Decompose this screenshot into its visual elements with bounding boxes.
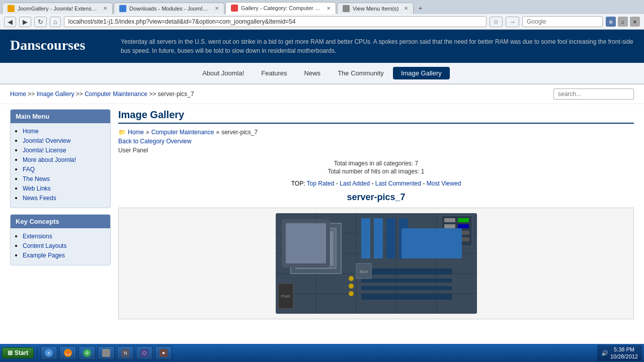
menu-web-links[interactable]: Web Links bbox=[23, 185, 51, 192]
tab-favicon-2 bbox=[119, 5, 126, 12]
svg-rect-32 bbox=[444, 224, 455, 228]
gallery-image-container: CPU bbox=[118, 208, 634, 319]
sidebar: Main Menu Home Joomla! Overview Joomla! … bbox=[10, 109, 111, 319]
refresh-button[interactable]: ↻ bbox=[34, 17, 47, 27]
nav-about[interactable]: About Joomla! bbox=[194, 67, 252, 79]
top-sep3: - bbox=[423, 180, 426, 187]
browser-search-input[interactable] bbox=[522, 16, 603, 27]
tab-label-1: JoomGallery - Joomla! Extensions Directo… bbox=[18, 6, 98, 12]
nav-features[interactable]: Features bbox=[253, 67, 295, 79]
url-bar[interactable] bbox=[64, 16, 487, 27]
gallery-breadcrumb-category[interactable]: Computer Maintenance bbox=[151, 129, 214, 136]
breadcrumb-category[interactable]: Computer Maintenance bbox=[85, 90, 147, 98]
menu-more-joomla[interactable]: More about Joomla! bbox=[23, 156, 76, 163]
breadcrumb-bar: Home >> Image Gallery >> Computer Mainte… bbox=[0, 84, 644, 104]
top-links: TOP: Top Rated - Last Added - Last Comme… bbox=[118, 180, 634, 187]
svg-rect-23 bbox=[304, 233, 306, 263]
list-item: Example Pages bbox=[23, 251, 105, 259]
motherboard-image: CPU bbox=[276, 213, 477, 314]
page-title: Image Gallery bbox=[118, 109, 634, 124]
motherboard-svg: CPU bbox=[276, 213, 477, 314]
nav-items: About Joomla! Features News The Communit… bbox=[194, 63, 450, 83]
nav-community[interactable]: The Community bbox=[330, 67, 392, 79]
breadcrumb-home[interactable]: Home bbox=[10, 90, 26, 98]
gallery-breadcrumb: 📁 Home » Computer Maintenance » server-p… bbox=[118, 129, 634, 136]
tab-close-1[interactable]: ✕ bbox=[103, 6, 107, 11]
header-news: Yesterday all servers in the U.S. went o… bbox=[121, 37, 634, 55]
last-commented-link[interactable]: Last Commented bbox=[375, 180, 421, 187]
menu-news-feeds[interactable]: News Feeds bbox=[23, 195, 56, 202]
bookmark-button[interactable]: ☆ bbox=[490, 17, 503, 27]
svg-rect-22 bbox=[301, 233, 303, 263]
browser-tab-3[interactable]: Gallery - Category: Computer Maintena...… bbox=[225, 2, 336, 14]
menu-home[interactable]: Home bbox=[23, 128, 39, 135]
list-item: Web Links bbox=[23, 185, 105, 192]
tab-favicon-4 bbox=[343, 5, 350, 12]
top-rated-link[interactable]: Top Rated bbox=[307, 180, 335, 187]
browser-tab-2[interactable]: Downloads - Modules - JoomImages ✕ bbox=[114, 3, 224, 14]
nav-news[interactable]: News bbox=[296, 67, 329, 79]
svg-point-41 bbox=[349, 291, 354, 296]
nav-gallery[interactable]: Image Gallery bbox=[393, 67, 450, 79]
concept-example-pages[interactable]: Example Pages bbox=[23, 252, 65, 259]
back-to-category-link[interactable]: Back to Category Overview bbox=[118, 138, 634, 145]
svg-text:PWR: PWR bbox=[281, 294, 290, 299]
svg-rect-20 bbox=[361, 286, 452, 290]
tab-label-4: View Menu Item(s) bbox=[353, 6, 399, 12]
sidebar-key-concepts-title: Key Concepts bbox=[11, 215, 110, 228]
tab-close-2[interactable]: ✕ bbox=[215, 6, 219, 11]
svg-rect-36 bbox=[444, 237, 469, 241]
menu-the-news[interactable]: The News bbox=[23, 175, 50, 183]
sidebar-main-menu-title: Main Menu bbox=[11, 110, 110, 123]
total-images-stat: Total images in all categories: 7 bbox=[118, 160, 634, 167]
breadcrumb-gallery[interactable]: Image Gallery bbox=[37, 90, 74, 98]
home-button[interactable]: ⌂ bbox=[50, 17, 61, 27]
svg-point-39 bbox=[349, 276, 354, 281]
breadcrumb-arrow2: » bbox=[216, 129, 219, 136]
concept-content-layouts[interactable]: Content Layouts bbox=[23, 242, 66, 249]
page-wrapper: Danscourses Yesterday all servers in the… bbox=[0, 30, 644, 324]
concept-extensions[interactable]: Extensions bbox=[23, 233, 52, 240]
svg-rect-25 bbox=[311, 233, 313, 263]
extensions-icon[interactable]: ⊕ bbox=[606, 17, 616, 27]
browser-tab-1[interactable]: JoomGallery - Joomla! Extensions Directo… bbox=[2, 3, 113, 14]
menu-joomla-license[interactable]: Joomla! License bbox=[23, 147, 66, 154]
gallery-breadcrumb-home[interactable]: Home bbox=[128, 129, 144, 136]
list-item: Joomla! License bbox=[23, 146, 105, 154]
list-item: Extensions bbox=[23, 232, 105, 240]
main-menu-list: Home Joomla! Overview Joomla! License Mo… bbox=[11, 123, 110, 208]
list-item: More about Joomla! bbox=[23, 156, 105, 163]
site-logo: Danscourses bbox=[10, 37, 111, 53]
last-added-link[interactable]: Last Added bbox=[340, 180, 370, 187]
tab-label-3: Gallery - Category: Computer Maintena... bbox=[241, 5, 321, 11]
svg-rect-29 bbox=[326, 233, 328, 263]
total-hits-stat: Total number of hits on all images: 1 bbox=[118, 168, 634, 175]
svg-rect-19 bbox=[361, 279, 452, 283]
svg-rect-16 bbox=[386, 218, 395, 258]
tab-close-4[interactable]: ✕ bbox=[404, 6, 408, 11]
most-viewed-link[interactable]: Most Viewed bbox=[427, 180, 461, 187]
browser-window: JoomGallery - Joomla! Extensions Directo… bbox=[0, 0, 644, 324]
site-header: Danscourses Yesterday all servers in the… bbox=[0, 30, 644, 63]
user-panel-label: User Panel bbox=[118, 147, 634, 154]
svg-rect-33 bbox=[458, 218, 469, 222]
home-icon-2[interactable]: ⌂ bbox=[618, 17, 628, 27]
menu-faq[interactable]: FAQ bbox=[23, 166, 35, 173]
back-button[interactable]: ◀ bbox=[4, 17, 16, 27]
navigation-bar: About Joomla! Features News The Communit… bbox=[0, 63, 644, 84]
svg-rect-31 bbox=[444, 218, 455, 222]
breadcrumb: Home >> Image Gallery >> Computer Mainte… bbox=[10, 90, 194, 98]
svg-rect-34 bbox=[458, 224, 469, 228]
search-input[interactable] bbox=[553, 88, 634, 100]
menu-joomla-overview[interactable]: Joomla! Overview bbox=[23, 137, 70, 144]
new-tab-button[interactable]: + bbox=[415, 2, 427, 14]
tab-close-3[interactable]: ✕ bbox=[327, 6, 331, 11]
tab-label-2: Downloads - Modules - JoomImages bbox=[129, 6, 210, 12]
browser-tab-4[interactable]: View Menu Item(s) ✕ bbox=[337, 3, 414, 14]
go-button[interactable]: → bbox=[506, 17, 519, 27]
forward-button[interactable]: ▶ bbox=[19, 17, 31, 27]
list-item: The News bbox=[23, 175, 105, 183]
svg-text:CPU: CPU bbox=[310, 246, 321, 252]
list-item: Joomla! Overview bbox=[23, 137, 105, 144]
settings-icon[interactable]: ≡ bbox=[630, 17, 640, 27]
